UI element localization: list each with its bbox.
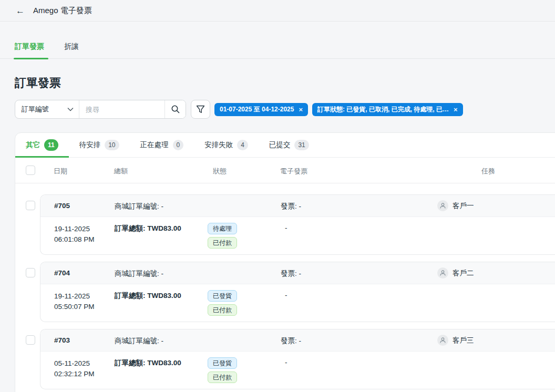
filter-button[interactable]: [191, 100, 210, 119]
order-datetime: 19-11-202506:01:08 PM: [54, 224, 95, 245]
order-total: 訂單總額: TWD83.00: [115, 291, 181, 301]
col-einvoice: 電子發票: [280, 167, 307, 176]
order-time: 06:01:08 PM: [54, 235, 95, 243]
order-number: #704: [54, 269, 70, 277]
order-card-body: 19-11-202506:01:08 PM 訂單總額: TWD83.00 待處理…: [40, 217, 555, 254]
order-card-header: #703 商城訂單編號: - 發票: - 客戶三: [40, 329, 555, 352]
fulfillment-status-badge: 待處理: [208, 223, 237, 234]
chip-date-range-label: 01-07-2025 至 04-12-2025: [220, 105, 294, 114]
status-tab-other[interactable]: 其它 11: [15, 133, 69, 157]
status-tab-count-badge: 4: [237, 140, 248, 150]
status-tab-submitted[interactable]: 已提交 31: [259, 133, 320, 157]
invoice-label: 發票: -: [281, 269, 301, 278]
store-order-number: 商城訂單編號: -: [115, 202, 163, 211]
search-icon: [171, 105, 180, 114]
customer-cell: 客戶二: [437, 267, 474, 278]
order-card-body: 19-11-202505:50:07 PM 訂單總額: TWD83.00 已發貨…: [40, 284, 555, 322]
invoice-label: 發票: -: [281, 202, 301, 211]
order-number: #703: [54, 336, 70, 344]
order-total: 訂單總額: TWD83.00: [115, 358, 181, 368]
chip-close-icon[interactable]: ×: [299, 106, 303, 114]
customer-name: 客戶三: [453, 336, 474, 345]
store-order-number: 商城訂單編號: -: [115, 269, 163, 278]
customer-name: 客戶二: [453, 269, 474, 278]
status-tab-label: 已提交: [269, 140, 291, 150]
table-row[interactable]: #704 商城訂單編號: - 發票: - 客戶二 19-11-202505:50…: [15, 262, 555, 322]
einvoice-value: -: [285, 224, 287, 232]
app-title: Amego 電子發票: [33, 6, 92, 16]
customer-avatar-icon: [437, 335, 448, 346]
col-task: 任務: [481, 167, 495, 176]
order-rows: #705 商城訂單編號: - 發票: - 客戶一 19-11-202506:01…: [15, 183, 555, 389]
order-date: 19-11-2025: [54, 225, 90, 233]
col-total: 總額: [114, 167, 128, 176]
back-arrow-icon[interactable]: ←: [16, 6, 25, 15]
tab-credit-note[interactable]: 折讓: [64, 42, 79, 58]
order-datetime: 05-11-202502:32:12 PM: [54, 358, 95, 379]
status-tab-pending-schedule[interactable]: 待安排 10: [69, 133, 130, 157]
order-time: 02:32:12 PM: [54, 370, 95, 378]
col-status: 狀態: [213, 167, 227, 176]
payment-status-badge: 已付款: [208, 237, 237, 249]
search-field-value: 訂單編號: [22, 105, 49, 114]
status-tab-count-badge: 10: [105, 140, 119, 150]
chip-date-range[interactable]: 01-07-2025 至 04-12-2025 ×: [214, 103, 308, 116]
page-title: 訂單發票: [15, 75, 555, 91]
status-tab-schedule-failed[interactable]: 安排失敗 4: [194, 133, 259, 157]
order-date: 05-11-2025: [54, 359, 90, 367]
col-date: 日期: [54, 167, 67, 176]
search-button[interactable]: [165, 100, 186, 118]
order-card: #703 商城訂單編號: - 發票: - 客戶三 05-11-202502:32…: [40, 329, 555, 389]
fulfillment-status-badge: 已發貨: [208, 290, 237, 302]
primary-tabs: 訂單發票 折讓: [0, 22, 555, 59]
customer-cell: 客戶一: [437, 200, 474, 211]
status-tabs: 其它 11 待安排 10 正在處理 0 安排失敗 4 已提交 31: [15, 133, 555, 158]
row-checkbox[interactable]: [26, 268, 35, 277]
invoice-label: 發票: -: [281, 336, 301, 346]
search-input-wrap: [79, 100, 165, 118]
einvoice-value: -: [285, 358, 287, 366]
order-card: #705 商城訂單編號: - 發票: - 客戶一 19-11-202506:01…: [40, 194, 555, 255]
order-card-header: #704 商城訂單編號: - 發票: - 客戶二: [40, 262, 555, 284]
customer-avatar-icon: [437, 200, 448, 211]
status-tab-count-badge: 31: [294, 140, 309, 150]
order-time: 05:50:07 PM: [54, 303, 95, 311]
chip-close-icon[interactable]: ×: [454, 106, 458, 114]
tab-order-invoices[interactable]: 訂單發票: [15, 42, 44, 58]
filter-chips: 01-07-2025 至 04-12-2025 × 訂單狀態: 已發貨, 已取消…: [214, 103, 463, 116]
search-field-select[interactable]: 訂單編號: [15, 100, 79, 118]
order-card-body: 05-11-202502:32:12 PM 訂單總額: TWD83.00 已發貨…: [40, 352, 555, 389]
order-date: 19-11-2025: [54, 292, 90, 300]
order-total: 訂單總額: TWD83.00: [115, 224, 181, 233]
status-tab-label: 待安排: [79, 140, 101, 150]
status-tab-count-badge: 0: [173, 140, 184, 150]
chip-order-status[interactable]: 訂單狀態: 已發貨, 已取消, 已完成, 待處理, 已… ×: [312, 103, 463, 116]
customer-avatar-icon: [437, 267, 448, 278]
status-tab-processing[interactable]: 正在處理 0: [130, 133, 194, 157]
row-checkbox[interactable]: [26, 335, 35, 345]
orders-panel: 其它 11 待安排 10 正在處理 0 安排失敗 4 已提交 31 日期 總額 …: [15, 132, 555, 392]
status-tab-label: 正在處理: [140, 140, 169, 150]
order-card: #704 商城訂單編號: - 發票: - 客戶二 19-11-202505:50…: [40, 262, 555, 322]
topbar: ← Amego 電子發票: [0, 0, 555, 22]
search-input[interactable]: [86, 106, 158, 114]
row-checkbox[interactable]: [26, 201, 35, 210]
table-row[interactable]: #703 商城訂單編號: - 發票: - 客戶三 05-11-202502:32…: [15, 329, 555, 389]
fulfillment-status-badge: 已發貨: [208, 357, 237, 369]
store-order-number: 商城訂單編號: -: [115, 336, 163, 346]
einvoice-value: -: [285, 291, 287, 299]
select-all-checkbox[interactable]: [26, 166, 35, 175]
search-row: 訂單編號 01-07-2025 至 04-12-2025 × 訂單狀態: 已發貨…: [15, 100, 555, 119]
payment-status-badge: 已付款: [208, 372, 237, 383]
customer-name: 客戶一: [453, 201, 474, 211]
customer-cell: 客戶三: [437, 335, 474, 346]
chip-order-status-label: 訂單狀態: 已發貨, 已取消, 已完成, 待處理, 已…: [317, 105, 449, 114]
funnel-icon: [196, 105, 205, 114]
status-tab-label: 安排失敗: [204, 140, 233, 150]
status-badges: 已發貨 已付款: [208, 357, 237, 383]
order-card-header: #705 商城訂單編號: - 發票: - 客戶一: [40, 195, 555, 217]
status-tab-count-badge: 11: [44, 139, 58, 151]
table-row[interactable]: #705 商城訂單編號: - 發票: - 客戶一 19-11-202506:01…: [15, 194, 555, 255]
status-badges: 已發貨 已付款: [208, 290, 237, 316]
order-datetime: 19-11-202505:50:07 PM: [54, 291, 95, 312]
